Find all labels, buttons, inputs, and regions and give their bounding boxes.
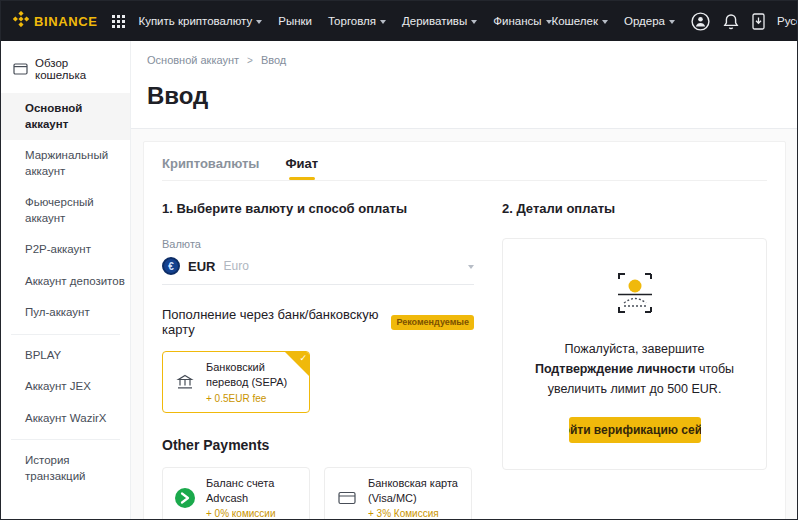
- chevron-down-icon: [380, 20, 386, 24]
- main-nav: Купить криптовалюту Рынки Торговля Дерив…: [138, 15, 551, 27]
- page-title: Ввод: [147, 82, 773, 110]
- checkmark-icon: ✓: [299, 353, 307, 363]
- language-currency-selector[interactable]: Русский/RUB: [777, 15, 797, 27]
- step1-title: 1. Выберите валюту и способ оплаты: [162, 201, 474, 216]
- nav-buy-crypto[interactable]: Купить криптовалюту: [138, 15, 262, 27]
- advcash-icon: [173, 487, 197, 509]
- other-payments-title: Other Payments: [162, 437, 474, 453]
- other-payments-grid: Баланс счета Advcash + 0% комиссии: [162, 467, 474, 520]
- nav-markets[interactable]: Рынки: [278, 15, 312, 27]
- currency-code: EUR: [188, 259, 215, 274]
- kyc-message-bold: Подтверждение личности: [535, 362, 696, 376]
- bank-methods-title: Пополнение через банк/банковскую карту: [162, 307, 385, 337]
- breadcrumb-main-account[interactable]: Основной аккаунт: [147, 54, 239, 66]
- sidebar-item-p2p-account[interactable]: P2P-аккаунт: [1, 234, 130, 266]
- sidebar-item-margin-account[interactable]: Маржинальный аккаунт: [1, 140, 130, 187]
- currency-field-label: Валюта: [162, 238, 474, 250]
- nav-trade[interactable]: Торговля: [328, 15, 386, 27]
- sidebar-item-deposit-account[interactable]: Аккаунт депозитов: [1, 266, 130, 298]
- breadcrumb-separator: >: [247, 55, 253, 66]
- sidebar-item-bplay[interactable]: BPLAY: [1, 340, 130, 372]
- wallet-icon: [13, 62, 28, 77]
- method-fee: + 3% Комиссия: [368, 508, 463, 519]
- content-area: Криптовалюты Фиат 1. Выберите валюту и с…: [131, 129, 797, 519]
- method-fee: + 0% комиссии: [206, 508, 301, 519]
- euro-currency-icon: €: [162, 257, 180, 275]
- apps-grid-icon[interactable]: [112, 15, 125, 28]
- bank-building-icon: [173, 374, 197, 390]
- method-fee: + 0.5EUR fee: [206, 393, 301, 404]
- payment-method-sepa[interactable]: Банковский перевод (SEPA) + 0.5EUR fee ✓: [162, 351, 310, 413]
- breadcrumb-deposit[interactable]: Ввод: [261, 54, 286, 66]
- top-navigation-bar: BINANCE Купить криптовалюту Рынки Торгов…: [1, 1, 797, 41]
- sidebar-item-wazirx-account[interactable]: Аккаунт WazirX: [1, 403, 130, 435]
- chevron-down-icon: [669, 20, 675, 24]
- chevron-down-icon: [256, 20, 262, 24]
- wallet-sidebar: Обзор кошелька Основной аккаунт Маржинал…: [1, 41, 131, 519]
- deposit-tabs: Криптовалюты Фиат: [162, 142, 767, 181]
- binance-logo[interactable]: BINANCE: [13, 11, 97, 31]
- main-content: Основной аккаунт > Ввод Ввод Криптовалют…: [131, 41, 797, 519]
- brand-name: BINANCE: [34, 14, 97, 29]
- sidebar-item-jex-account[interactable]: Аккаунт JEX: [1, 371, 130, 403]
- tab-fiat[interactable]: Фиат: [285, 156, 318, 180]
- currency-select[interactable]: € EUR Euro: [162, 257, 474, 285]
- step2-title: 2. Детали оплаты: [502, 201, 767, 216]
- sidebar-wallet-overview[interactable]: Обзор кошелька: [1, 47, 130, 93]
- payment-method-advcash[interactable]: Баланс счета Advcash + 0% комиссии: [162, 467, 310, 520]
- currency-payment-section: 1. Выберите валюту и способ оплаты Валют…: [162, 181, 474, 520]
- chevron-down-icon: [468, 265, 474, 269]
- page-header: Основной аккаунт > Ввод Ввод: [131, 41, 797, 129]
- verify-now-button[interactable]: Пройти верификацию сейчас: [569, 417, 701, 443]
- nav-orders[interactable]: Ордера: [624, 15, 675, 27]
- nav-wallet[interactable]: Кошелек: [552, 15, 608, 27]
- identity-verification-icon: [606, 271, 664, 315]
- sidebar-item-futures-account[interactable]: Фьючерсный аккаунт: [1, 187, 130, 234]
- profile-icon[interactable]: [691, 12, 710, 31]
- credit-card-icon: [335, 491, 359, 505]
- sidebar-item-pool-account[interactable]: Пул-аккаунт: [1, 297, 130, 329]
- tab-crypto[interactable]: Криптовалюты: [162, 156, 259, 180]
- breadcrumb: Основной аккаунт > Ввод: [147, 54, 773, 66]
- nav-derivatives[interactable]: Деривативы: [402, 15, 477, 27]
- sidebar-item-main-account[interactable]: Основной аккаунт: [1, 93, 130, 140]
- recommended-badge: Рекомендуемые: [391, 315, 474, 330]
- chevron-down-icon: [602, 20, 608, 24]
- binance-diamond-icon: [13, 11, 29, 31]
- notifications-bell-icon[interactable]: [723, 13, 739, 30]
- currency-name: Euro: [223, 259, 248, 273]
- bank-methods-header: Пополнение через банк/банковскую карту Р…: [162, 307, 474, 337]
- binance-window: BINANCE Купить криптовалюту Рынки Торгов…: [0, 0, 798, 520]
- user-nav: Кошелек Ордера: [552, 15, 675, 27]
- chevron-down-icon: [471, 20, 477, 24]
- download-app-icon[interactable]: [752, 13, 765, 30]
- sidebar-divider: [11, 439, 120, 440]
- sidebar-divider: [11, 334, 120, 335]
- sidebar-item-transaction-history[interactable]: История транзакций: [1, 445, 130, 492]
- payment-method-bank-card[interactable]: Банковская карта (Visa/MC) + 3% Комиссия: [324, 467, 472, 520]
- method-name: Баланс счета Advcash: [206, 476, 301, 506]
- topbar-icons: [691, 12, 765, 31]
- deposit-card: Криптовалюты Фиат 1. Выберите валюту и с…: [143, 141, 786, 520]
- payment-details-section: 2. Детали оплаты Пожа: [502, 181, 767, 520]
- kyc-message: Пожалуйста, завершите Подтверждение личн…: [517, 339, 752, 399]
- method-name: Банковская карта (Visa/MC): [368, 476, 463, 506]
- nav-finance[interactable]: Финансы: [493, 15, 551, 27]
- kyc-card: Пожалуйста, завершите Подтверждение личн…: [502, 238, 767, 470]
